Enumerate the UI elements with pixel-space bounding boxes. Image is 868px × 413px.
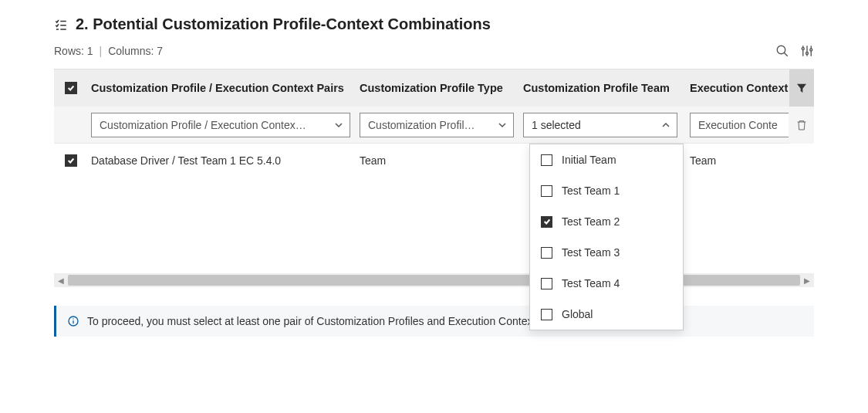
filter-type-dropdown[interactable]: Customization Profil… [360,113,514,137]
option-checkbox[interactable] [541,216,552,228]
table-row[interactable]: Database Driver / Test Team 1 EC 5.4.0 T… [54,144,814,178]
column-header-pairs[interactable]: Customization Profile / Execution Contex… [88,82,360,94]
option-label: Global [562,308,593,320]
column-header-exec-context[interactable]: Execution Context [690,82,792,94]
meta-row: Rows: 1 | Columns: 7 [54,44,814,58]
svg-point-11 [810,49,812,51]
option-checkbox[interactable] [541,154,552,166]
select-all-checkbox[interactable] [65,82,77,94]
row-checkbox[interactable] [65,154,77,167]
option-label: Test Team 1 [562,184,620,197]
svg-point-14 [73,318,73,319]
svg-point-9 [806,52,809,55]
checklist-icon [54,18,68,32]
svg-point-4 [777,46,785,54]
option-checkbox[interactable] [541,278,552,289]
scroll-right-arrow[interactable]: ▶ [800,273,814,287]
option-label: Test Team 4 [562,277,620,289]
section-header: 2. Potential Customization Profile-Conte… [54,15,814,33]
dropdown-option[interactable]: Test Team 2 [530,206,683,237]
info-message: To proceed, you must select at least one… [87,315,544,327]
dropdown-option[interactable]: Test Team 1 [530,175,683,206]
option-label: Initial Team [562,154,616,166]
dropdown-option[interactable]: Test Team 3 [530,237,683,268]
info-bar: To proceed, you must select at least one… [54,306,814,337]
cell-pairs: Database Driver / Test Team 1 EC 5.4.0 [88,154,360,167]
filter-row: Customization Profile / Execution Contex… [54,107,814,144]
filter-pairs-placeholder: Customization Profile / Execution Contex… [100,119,306,131]
column-header-profile-team[interactable]: Customization Profile Team [523,82,690,94]
chevron-down-icon [334,120,343,130]
filter-pairs-dropdown[interactable]: Customization Profile / Execution Contex… [91,113,350,137]
option-label: Test Team 3 [562,246,620,259]
clear-filters-button[interactable] [789,107,814,144]
scroll-thumb[interactable] [68,275,800,286]
filter-icon[interactable] [789,69,814,107]
filter-team-selected: 1 selected [532,119,581,131]
dropdown-option[interactable]: Initial Team [530,144,683,175]
horizontal-scrollbar[interactable]: ◀ ▶ [54,273,814,287]
dropdown-option[interactable]: Test Team 4 [530,268,683,299]
filter-exec-dropdown[interactable]: Execution Conte [690,113,789,137]
filter-team-dropdown[interactable]: 1 selected [523,113,677,137]
meta-separator: | [100,45,103,57]
team-filter-dropdown: Initial Team Test Team 1 Test Team 2 Tes… [529,144,684,330]
option-label: Test Team 2 [562,215,620,228]
chevron-down-icon [498,120,507,130]
column-header-profile-type[interactable]: Customization Profile Type [360,82,523,94]
columns-count: Columns: 7 [108,45,163,57]
table-header-row: Customization Profile / Execution Contex… [54,69,814,107]
table-wrapper: Customization Profile / Execution Contex… [54,69,814,287]
cell-exec-context: Team [690,154,792,167]
page-title: 2. Potential Customization Profile-Conte… [76,15,491,33]
svg-point-7 [802,48,804,50]
option-checkbox[interactable] [541,185,552,197]
filter-exec-placeholder: Execution Conte [698,119,778,131]
rows-count: Rows: 1 [54,45,93,57]
option-checkbox[interactable] [541,309,552,320]
filter-type-placeholder: Customization Profil… [368,119,475,131]
dropdown-option[interactable]: Global [530,299,683,330]
scroll-left-arrow[interactable]: ◀ [54,273,68,287]
svg-line-5 [784,52,788,56]
search-icon[interactable] [775,44,789,58]
settings-sliders-icon[interactable] [800,44,814,58]
option-checkbox[interactable] [541,247,552,259]
cell-profile-type: Team [360,154,523,167]
chevron-up-icon [661,120,670,130]
info-icon [67,315,79,327]
